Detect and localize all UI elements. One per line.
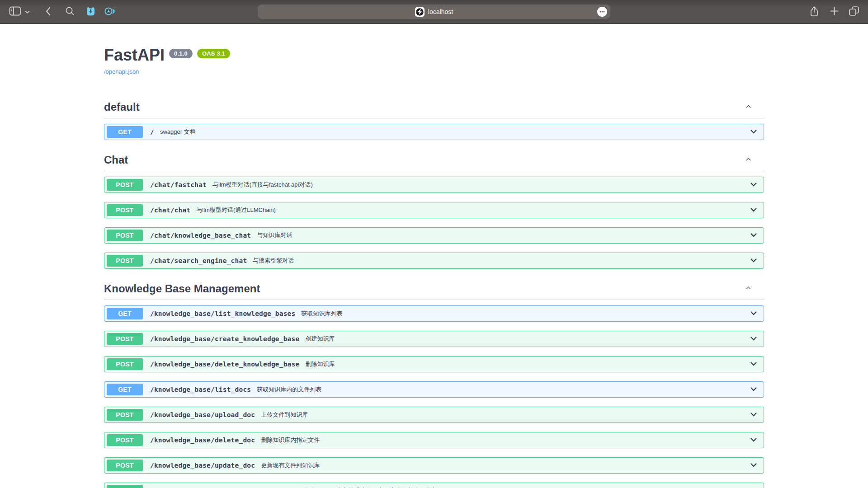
chevron-down-icon	[749, 205, 759, 216]
sidebar-icon	[9, 6, 21, 18]
site-favicon	[415, 7, 425, 17]
method-badge: POST	[107, 434, 143, 446]
endpoint-row[interactable]: POST /knowledge_base/delete_knowledge_ba…	[104, 356, 764, 372]
endpoint-path: /knowledge_base/delete_knowledge_base	[150, 361, 299, 368]
back-button[interactable]	[41, 5, 55, 19]
section-header[interactable]: Chat	[104, 149, 764, 171]
tab-overview-button[interactable]	[847, 5, 861, 19]
section-endpoints: POST /chat/fastchat 与llm模型对话(直接与fastchat…	[104, 177, 764, 269]
method-badge: POST	[107, 179, 143, 191]
endpoint-expand-button[interactable]	[749, 308, 759, 319]
endpoint-summary: 删除知识库	[305, 360, 335, 368]
endpoint-row[interactable]: POST /chat/knowledge_base_chat 与知识库对话	[104, 227, 764, 244]
method-badge: POST	[107, 204, 143, 216]
method-badge: POST	[107, 409, 143, 421]
chevron-down-icon	[749, 435, 759, 446]
chevron-down-icon	[749, 409, 759, 421]
endpoint-expand-button[interactable]	[749, 359, 759, 370]
section-collapse-button[interactable]	[745, 284, 752, 293]
record-circles-extension-icon	[104, 6, 115, 18]
endpoint-row[interactable]: POST /knowledge_base/create_knowledge_ba…	[104, 331, 764, 347]
endpoint-row[interactable]: POST /chat/search_engine_chat 与搜索引擎对话	[104, 253, 764, 269]
download-shield-extension-icon	[85, 6, 96, 18]
endpoint-expand-button[interactable]	[749, 333, 759, 345]
endpoint-row[interactable]: POST /knowledge_base/update_doc 更新现有文件到知…	[104, 457, 764, 474]
chevron-up-icon	[745, 103, 752, 112]
chevron-down-icon	[749, 333, 759, 345]
share-button[interactable]	[807, 5, 821, 19]
chevron-down-icon	[749, 179, 759, 191]
method-badge: GET	[107, 126, 143, 138]
endpoint-summary: 上传文件到知识库	[261, 411, 308, 419]
section-title: Knowledge Base Management	[104, 282, 260, 295]
endpoint-row[interactable]: POST /chat/chat 与llm模型对话(通过LLMChain)	[104, 202, 764, 218]
sidebar-menu-chevron-button[interactable]	[23, 5, 31, 19]
endpoint-path: /knowledge_base/update_doc	[150, 462, 255, 469]
extensions-ellipsis-icon[interactable]	[597, 7, 607, 17]
method-badge: POST	[107, 358, 143, 370]
search-button[interactable]	[63, 5, 76, 19]
endpoint-path: /	[150, 128, 154, 136]
section-title: default	[104, 101, 140, 113]
endpoint-expand-button[interactable]	[749, 230, 759, 241]
endpoint-path: /knowledge_base/delete_doc	[150, 436, 255, 444]
section-header[interactable]: default	[104, 96, 764, 118]
chevron-down-icon	[749, 127, 759, 138]
endpoint-expand-button[interactable]	[749, 127, 759, 138]
swagger-ui: FastAPI 0.1.0 OAS 3.1 /openapi.json defa…	[95, 46, 773, 488]
search-icon	[65, 6, 75, 17]
endpoint-expand-button[interactable]	[749, 255, 759, 267]
endpoint-expand-button[interactable]	[749, 409, 759, 421]
browser-toolbar: localhost	[0, 0, 868, 24]
sidebar-toggle-button[interactable]	[8, 5, 22, 19]
new-tab-button[interactable]	[827, 5, 841, 19]
endpoint-row[interactable]: POST /chat/fastchat 与llm模型对话(直接与fastchat…	[104, 177, 764, 193]
method-badge: GET	[107, 384, 143, 395]
endpoint-summary: 获取知识库列表	[301, 310, 342, 318]
endpoint-row[interactable]: GET / swagger 文档	[104, 124, 764, 140]
openapi-spec-link[interactable]: /openapi.json	[104, 68, 139, 75]
chevron-left-icon	[45, 7, 51, 17]
endpoint-path: /knowledge_base/list_docs	[150, 386, 251, 393]
section-endpoints: GET /knowledge_base/list_knowledge_bases…	[104, 305, 764, 488]
address-bar[interactable]: localhost	[258, 5, 610, 19]
plus-icon	[830, 7, 839, 17]
endpoint-row[interactable]: POST /knowledge_base/recreate_vector_sto…	[104, 483, 764, 488]
endpoint-expand-button[interactable]	[749, 485, 759, 488]
endpoint-expand-button[interactable]	[749, 460, 759, 471]
section-endpoints: GET / swagger 文档	[104, 124, 764, 140]
endpoint-row[interactable]: POST /knowledge_base/delete_doc 删除知识库内指定…	[104, 432, 764, 448]
endpoint-expand-button[interactable]	[749, 435, 759, 446]
download-shield-extension-button[interactable]	[84, 5, 97, 19]
chevron-down-icon	[749, 308, 759, 319]
endpoint-path: /knowledge_base/list_knowledge_bases	[150, 310, 295, 317]
endpoint-row[interactable]: GET /knowledge_base/list_docs 获取知识库内的文件列…	[104, 381, 764, 398]
endpoint-path: /knowledge_base/upload_doc	[150, 411, 255, 418]
endpoint-row[interactable]: GET /knowledge_base/list_knowledge_bases…	[104, 305, 764, 322]
api-info: FastAPI 0.1.0 OAS 3.1 /openapi.json	[104, 46, 764, 75]
chevron-down-icon	[25, 9, 30, 15]
section-title: Chat	[104, 154, 128, 166]
method-badge: GET	[107, 308, 143, 319]
endpoint-path: /knowledge_base/create_knowledge_base	[150, 335, 299, 343]
method-badge: POST	[107, 230, 143, 241]
method-badge: POST	[107, 255, 143, 267]
endpoint-expand-button[interactable]	[749, 384, 759, 395]
endpoint-summary: 创建知识库	[305, 335, 335, 343]
endpoint-row[interactable]: POST /knowledge_base/upload_doc 上传文件到知识库	[104, 407, 764, 423]
chevron-down-icon	[749, 460, 759, 471]
chevron-down-icon	[749, 384, 759, 395]
api-title-text: FastAPI	[104, 46, 165, 64]
endpoint-expand-button[interactable]	[749, 179, 759, 191]
chevron-down-icon	[749, 359, 759, 370]
chevron-down-icon	[749, 255, 759, 267]
endpoint-expand-button[interactable]	[749, 205, 759, 216]
address-url: localhost	[428, 8, 453, 15]
record-circles-extension-button[interactable]	[103, 5, 116, 19]
section-collapse-button[interactable]	[745, 155, 752, 164]
section-collapse-button[interactable]	[745, 103, 752, 112]
api-section: Chat POST /chat/fastchat 与llm模型对话(直接与fas…	[104, 149, 764, 269]
page-title: FastAPI 0.1.0 OAS 3.1	[104, 46, 764, 64]
api-section: Knowledge Base Management GET /knowledge…	[104, 278, 764, 488]
section-header[interactable]: Knowledge Base Management	[104, 278, 764, 300]
